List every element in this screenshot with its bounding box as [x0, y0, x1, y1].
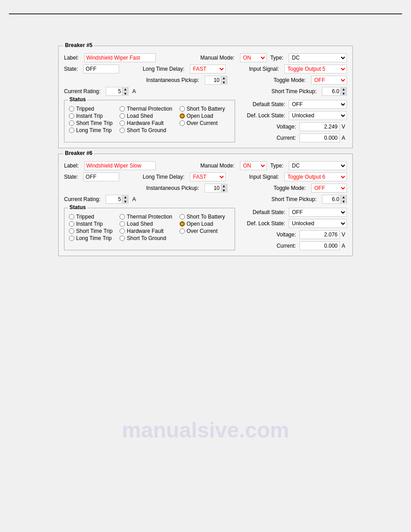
b5-cr-label: Current Rating:	[64, 88, 100, 94]
b5-state-input[interactable]	[83, 64, 119, 73]
b6-inst-pickup-spinner[interactable]: ▲ ▼	[205, 184, 227, 193]
b6-status-title: Status	[68, 204, 87, 210]
b6-short-time-trip[interactable]: Short Time Trip	[69, 228, 112, 234]
b5-inst-pickup-spinner[interactable]: ▲ ▼	[205, 76, 227, 85]
b5-short-to-ground[interactable]: Short To Ground	[120, 127, 172, 133]
b5-stp-up[interactable]: ▲	[340, 87, 347, 91]
breaker6-section: Breaker #6 Label: Manual Mode: ON OFF Ty…	[58, 154, 353, 256]
b6-inst-pickup-label: Instantaneous Pickup:	[146, 185, 199, 191]
b6-stp-label: Short Time Pickup:	[271, 196, 317, 202]
breaker6-title: Breaker #6	[63, 150, 94, 156]
b5-long-time-trip[interactable]: Long Time Trip	[69, 127, 112, 133]
b6-input-signal-select[interactable]: Toggle Output 6 Toggle Output 5	[284, 172, 347, 181]
b6-status-col2: Thermal Protection Load Shed Hardware Fa…	[120, 214, 172, 241]
b5-tripped[interactable]: Tripped	[69, 106, 112, 112]
b6-manual-mode-label: Manual Mode:	[201, 163, 235, 169]
b6-hardware-fault[interactable]: Hardware Fault	[120, 228, 172, 234]
b5-voltage-unit: V	[342, 124, 347, 130]
b6-def-lock-state-label: Def. Lock State:	[247, 220, 285, 227]
b5-open-load[interactable]: Open Load	[180, 113, 225, 119]
b5-cr-up[interactable]: ▲	[122, 87, 128, 91]
b6-cr-input[interactable]	[106, 195, 122, 203]
b6-load-shed[interactable]: Load Shed	[120, 221, 172, 227]
b6-stp-down[interactable]: ▼	[340, 199, 347, 204]
b6-def-lock-state-select[interactable]: Unlocked Locked	[289, 219, 347, 228]
b6-current-value	[300, 241, 340, 250]
b5-inst-pickup-label: Instantaneous Pickup:	[146, 77, 199, 83]
b5-input-signal-select[interactable]: Toggle Output 5 Toggle Output 6	[284, 64, 347, 73]
b6-over-current[interactable]: Over Current	[180, 228, 225, 234]
b6-label-input[interactable]	[84, 161, 156, 170]
b6-short-to-ground[interactable]: Short To Ground	[120, 235, 172, 241]
b6-cr-down[interactable]: ▼	[122, 199, 128, 204]
b5-stp-input[interactable]	[322, 87, 340, 95]
b6-cr-label: Current Rating:	[64, 196, 100, 202]
b5-toggle-mode-label: Toggle Mode:	[274, 77, 306, 83]
b6-long-time-trip[interactable]: Long Time Trip	[69, 235, 112, 241]
b6-voltage-unit: V	[342, 232, 347, 238]
b5-instant-trip[interactable]: Instant Trip	[69, 113, 112, 119]
b5-manual-mode-label: Manual Mode:	[201, 55, 235, 61]
b5-load-shed[interactable]: Load Shed	[120, 113, 172, 119]
b5-status-box: Status Tripped Instant Trip Short Time T	[64, 100, 235, 142]
b5-status-title: Status	[68, 96, 87, 103]
b6-label-text: Label:	[64, 163, 79, 169]
b5-def-lock-state-select[interactable]: Unlocked Locked	[289, 111, 347, 120]
b5-over-current[interactable]: Over Current	[180, 120, 225, 126]
b5-toggle-mode-select[interactable]: OFF ON	[311, 76, 347, 85]
b5-hardware-fault[interactable]: Hardware Fault	[120, 120, 172, 126]
b6-tripped[interactable]: Tripped	[69, 214, 112, 220]
b5-short-to-battery[interactable]: Short To Battery	[180, 106, 225, 112]
b6-stp-up[interactable]: ▲	[340, 195, 347, 199]
b6-inst-pickup-up[interactable]: ▲	[221, 184, 227, 188]
b5-inst-pickup-input[interactable]	[205, 76, 221, 84]
b6-short-to-battery[interactable]: Short To Battery	[180, 214, 225, 220]
breaker5-section: Breaker #5 Label: Manual Mode: ON OFF Ty…	[58, 46, 353, 148]
b5-ltd-label: Long Time Delay:	[143, 66, 184, 72]
b6-type-select[interactable]: DC AC	[289, 161, 347, 170]
b6-inst-pickup-input[interactable]	[205, 184, 221, 192]
b5-inst-pickup-down[interactable]: ▼	[221, 80, 227, 85]
b5-def-lock-state-label: Def. Lock State:	[247, 112, 285, 119]
b6-state-input[interactable]	[83, 172, 119, 181]
b5-cr-spinner[interactable]: ▲ ▼	[106, 87, 128, 96]
b5-status-col3: Short To Battery Open Load Over Current	[180, 106, 225, 133]
b5-short-time-trip[interactable]: Short Time Trip	[69, 120, 112, 126]
b6-voltage-value	[300, 230, 340, 239]
b6-default-state-label: Default State:	[253, 209, 285, 215]
b5-label-input[interactable]	[84, 53, 156, 62]
b6-manual-mode-select[interactable]: ON OFF	[240, 161, 267, 170]
b6-inst-pickup-down[interactable]: ▼	[221, 188, 227, 193]
b5-default-state-select[interactable]: OFF ON	[289, 100, 347, 109]
b5-state-label: State:	[64, 66, 78, 72]
b5-stp-down[interactable]: ▼	[340, 91, 347, 96]
b5-cr-input[interactable]	[106, 87, 122, 95]
b6-input-signal-label: Input Signal:	[249, 174, 279, 180]
b6-stp-spinner[interactable]: ▲ ▼	[322, 195, 347, 204]
b6-cr-up[interactable]: ▲	[122, 195, 128, 199]
b5-inst-pickup-up[interactable]: ▲	[221, 76, 227, 80]
b6-default-state-select[interactable]: OFF ON	[289, 208, 347, 217]
b6-toggle-mode-label: Toggle Mode:	[274, 185, 306, 191]
b5-label-text: Label:	[64, 55, 79, 61]
b6-ltd-select[interactable]: FAST SLOW	[190, 172, 226, 181]
b6-voltage-label: Voltage:	[277, 232, 296, 238]
b6-current-unit: A	[342, 243, 347, 249]
b5-cr-down[interactable]: ▼	[122, 91, 128, 96]
b6-toggle-mode-select[interactable]: OFF ON	[311, 184, 347, 193]
b5-type-select[interactable]: DC AC	[289, 53, 347, 62]
b6-thermal-protection[interactable]: Thermal Protection	[120, 214, 172, 220]
b6-stp-input[interactable]	[322, 195, 340, 203]
b5-thermal-protection[interactable]: Thermal Protection	[120, 106, 172, 112]
b5-ltd-select[interactable]: FAST SLOW	[190, 64, 226, 73]
b5-voltage-label: Voltage:	[277, 124, 296, 130]
b6-instant-trip[interactable]: Instant Trip	[69, 221, 112, 227]
b5-stp-spinner[interactable]: ▲ ▼	[322, 87, 347, 96]
b6-right-panel: Default State: OFF ON Def. Lock State: U…	[240, 206, 347, 250]
b5-manual-mode-select[interactable]: ON OFF	[240, 53, 267, 62]
b6-cr-spinner[interactable]: ▲ ▼	[106, 195, 128, 204]
b6-status-col3: Short To Battery Open Load Over Current	[180, 214, 225, 241]
b5-status-col2: Thermal Protection Load Shed Hardware Fa…	[120, 106, 172, 133]
b6-open-load[interactable]: Open Load	[180, 221, 225, 227]
b5-current-value	[300, 133, 340, 142]
